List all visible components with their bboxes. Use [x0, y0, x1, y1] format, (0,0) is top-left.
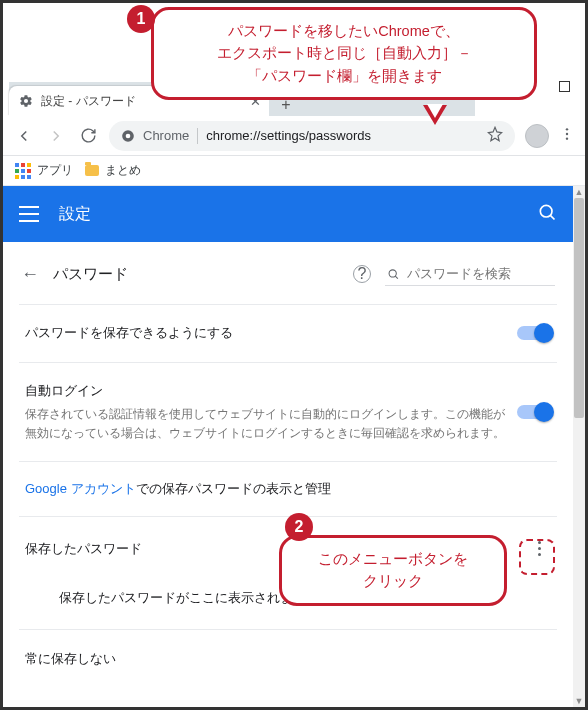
apps-shortcut[interactable]: アプリ: [15, 162, 73, 179]
maximize-icon: [559, 81, 570, 92]
svg-point-3: [566, 128, 568, 130]
annotation-callout-1: パスワードを移したいChromeで、 エクスポート時と同じ［自動入力］－ 「パス…: [151, 7, 537, 100]
arrow-right-icon: [47, 127, 65, 145]
auto-signin-toggle[interactable]: [517, 405, 551, 419]
svg-rect-0: [559, 81, 569, 91]
auto-signin-row: 自動ログイン 保存されている認証情報を使用してウェブサイトに自動的にログインしま…: [19, 362, 557, 461]
omnibox-separator: [197, 128, 198, 144]
scroll-up-icon[interactable]: ▲: [573, 186, 585, 198]
annotation-pointer-1: [423, 105, 447, 125]
never-save-label: 常に保存しない: [25, 650, 551, 668]
password-search[interactable]: [385, 262, 555, 286]
chrome-icon: [121, 129, 135, 143]
bookmark-star-icon[interactable]: [487, 126, 503, 146]
svg-point-5: [566, 137, 568, 139]
omnibox-url: chrome://settings/passwords: [206, 128, 371, 143]
toolbar: Chrome chrome://settings/passwords: [3, 116, 585, 156]
apps-label: アプリ: [37, 162, 73, 179]
auto-signin-label: 自動ログイン: [25, 381, 505, 402]
annotation-badge-2: 2: [285, 513, 313, 541]
save-passwords-label: パスワードを保存できるようにする: [25, 323, 505, 344]
annotation-badge-1: 1: [127, 5, 155, 33]
settings-content: ← パスワード ? パスワードを保存できるようにする 自動ログイン 保存されてい…: [3, 242, 573, 707]
browser-menu-button[interactable]: [559, 126, 575, 146]
google-account-link-suffix: での保存パスワードの表示と管理: [136, 481, 331, 496]
menu-button[interactable]: [19, 206, 39, 222]
svg-point-6: [540, 205, 552, 217]
scrollbar[interactable]: ▲ ▼: [573, 186, 585, 707]
bookmark-folder-label: まとめ: [105, 162, 141, 179]
scroll-down-icon[interactable]: ▼: [573, 695, 585, 707]
gear-icon: [19, 94, 33, 108]
back-button[interactable]: [13, 125, 35, 147]
arrow-left-icon: [15, 127, 33, 145]
search-settings-button[interactable]: [537, 202, 557, 226]
auto-signin-description: 保存されている認証情報を使用してウェブサイトに自動的にログインします。この機能が…: [25, 405, 505, 443]
page-title: パスワード: [53, 265, 128, 284]
reload-icon: [80, 127, 97, 144]
save-passwords-toggle[interactable]: [517, 326, 551, 340]
search-icon: [537, 202, 557, 222]
settings-title: 設定: [59, 204, 91, 225]
google-account-link-row: Google アカウントでの保存パスワードの表示と管理: [19, 461, 557, 516]
scrollbar-thumb[interactable]: [574, 198, 584, 418]
save-passwords-row: パスワードを保存できるようにする: [19, 304, 557, 362]
forward-button[interactable]: [45, 125, 67, 147]
google-account-link[interactable]: Google アカウント: [25, 481, 136, 496]
omnibox[interactable]: Chrome chrome://settings/passwords: [109, 121, 515, 151]
settings-appbar: 設定: [3, 186, 573, 242]
search-icon: [387, 267, 399, 281]
password-search-input[interactable]: [405, 265, 553, 282]
bookmark-folder[interactable]: まとめ: [85, 162, 141, 179]
svg-point-2: [126, 133, 131, 138]
bookmarks-bar: アプリ まとめ: [3, 156, 585, 186]
apps-icon: [15, 163, 31, 179]
profile-avatar[interactable]: [525, 124, 549, 148]
back-arrow-icon[interactable]: ←: [21, 264, 39, 285]
svg-point-4: [566, 132, 568, 134]
annotated-screenshot: – 設定 - パスワード ✕ + Chrome chrome:/: [0, 0, 588, 710]
help-icon[interactable]: ?: [353, 265, 371, 283]
more-vert-icon: [559, 126, 575, 142]
annotation-callout-2: このメニューボタンを クリック: [279, 535, 507, 606]
reload-button[interactable]: [77, 125, 99, 147]
folder-icon: [85, 165, 99, 176]
annotation-highlight-more-button: [519, 539, 555, 575]
maximize-button[interactable]: [547, 75, 581, 97]
never-save-header: 常に保存しない: [19, 629, 557, 674]
svg-point-7: [389, 269, 396, 276]
page-header: ← パスワード ?: [19, 256, 557, 304]
omnibox-origin: Chrome: [143, 128, 189, 143]
